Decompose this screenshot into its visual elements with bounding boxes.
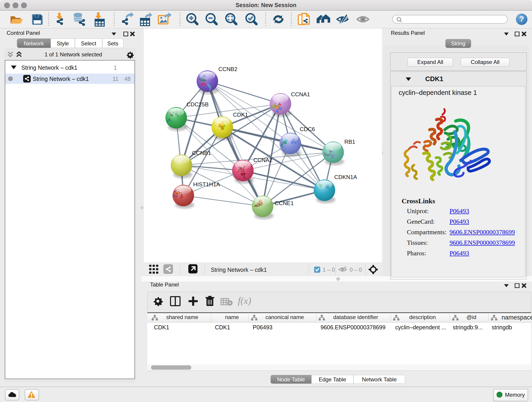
- svg-text:CCNA1: CCNA1: [291, 91, 310, 97]
- svg-text:CDK1: CDK1: [233, 112, 248, 118]
- svg-text:CCNB2: CCNB2: [218, 66, 237, 72]
- svg-text:CCNA2: CCNA2: [253, 157, 272, 163]
- svg-text:HIST1H1A: HIST1H1A: [193, 181, 220, 187]
- svg-text:CDC25B: CDC25B: [186, 101, 209, 108]
- svg-text:CCNE1: CCNE1: [275, 200, 294, 206]
- svg-text:CDKN1A: CDKN1A: [334, 174, 357, 180]
- svg-text:CDC6: CDC6: [300, 126, 315, 132]
- svg-text:CCNB1: CCNB1: [192, 150, 211, 156]
- svg-text:RB1: RB1: [344, 139, 355, 145]
